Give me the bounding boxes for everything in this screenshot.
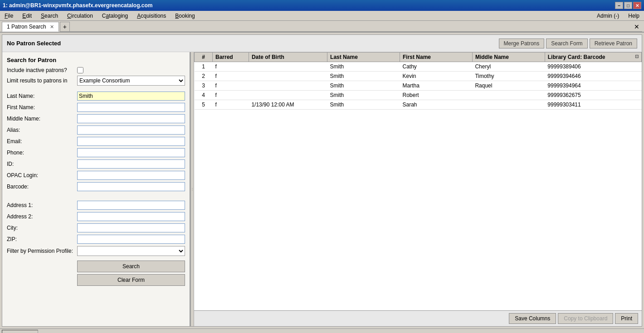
tab-add-button[interactable]: + xyxy=(60,22,70,32)
cell-num: 3 xyxy=(195,81,213,91)
minimize-button[interactable]: – xyxy=(615,2,623,9)
cell-num: 4 xyxy=(195,91,213,100)
opac-login-input[interactable] xyxy=(77,171,185,180)
cell-middlename: Timothy xyxy=(472,72,545,81)
id-label: ID: xyxy=(7,161,77,167)
menu-bar: File Edit Search Circulation Cataloging … xyxy=(0,11,644,21)
table-row[interactable]: 3 f Smith Martha Raquel 99999394964 xyxy=(195,81,642,91)
cell-dob: 1/13/90 12:00 AM xyxy=(249,100,327,110)
col-header-dob[interactable]: Date of Birth xyxy=(249,53,327,62)
status-bar xyxy=(0,328,644,333)
copy-clipboard-button[interactable]: Copy to Clipboard xyxy=(558,313,613,324)
cell-lastname: Smith xyxy=(327,72,400,81)
barcode-row: Barcode: xyxy=(7,182,185,191)
search-form-title: Search for Patron xyxy=(7,57,185,63)
menu-cataloging[interactable]: Cataloging xyxy=(99,12,131,20)
col-header-firstname[interactable]: First Name xyxy=(400,53,473,62)
email-input[interactable] xyxy=(77,137,185,146)
cell-barcode: 99999389406 xyxy=(545,62,641,72)
table-header-row: # Barred Date of Birth Last Name First N… xyxy=(195,53,642,62)
filter-profile-select[interactable] xyxy=(77,246,185,256)
cell-dob xyxy=(249,72,327,81)
city-input[interactable] xyxy=(77,223,185,232)
zip-label: ZIP: xyxy=(7,236,77,242)
tab-patron-search-label: 1 Patron Search xyxy=(7,24,46,30)
include-inactive-label: Include inactive patrons? xyxy=(7,67,77,73)
col-header-middlename[interactable]: Middle Name xyxy=(472,53,545,62)
cell-barred: f xyxy=(212,72,249,81)
cell-middlename xyxy=(472,91,545,100)
search-form-button[interactable]: Search Form xyxy=(546,39,587,48)
filter-profile-row: Filter by Permission Profile: xyxy=(7,246,185,256)
middle-name-input[interactable] xyxy=(77,114,185,123)
include-inactive-row: Include inactive patrons? xyxy=(7,67,185,73)
city-row: City: xyxy=(7,223,185,232)
results-table: # Barred Date of Birth Last Name First N… xyxy=(194,52,642,110)
menu-file[interactable]: File xyxy=(2,12,16,20)
cell-barred: f xyxy=(212,62,249,72)
cell-barred: f xyxy=(212,91,249,100)
consortium-select[interactable]: Example Consortium xyxy=(77,76,185,86)
cell-barred: f xyxy=(212,100,249,110)
address2-input[interactable] xyxy=(77,212,185,221)
menu-admin[interactable]: Admin (-) xyxy=(594,12,622,20)
cell-firstname: Cathy xyxy=(400,62,473,72)
close-button[interactable]: ✕ xyxy=(633,2,641,9)
phone-input[interactable] xyxy=(77,148,185,157)
col-expand-icon[interactable]: ⊡ xyxy=(635,54,639,59)
tab-bar-close[interactable]: ✕ xyxy=(631,22,642,32)
menu-booking[interactable]: Booking xyxy=(172,12,197,20)
table-row[interactable]: 2 f Smith Kevin Timothy 99999394646 xyxy=(195,72,642,81)
cell-firstname: Sarah xyxy=(400,100,473,110)
menu-circulation[interactable]: Circulation xyxy=(64,12,96,20)
barcode-input[interactable] xyxy=(77,182,185,191)
menu-search[interactable]: Search xyxy=(38,12,61,20)
cell-num: 1 xyxy=(195,62,213,72)
barcode-label: Barcode: xyxy=(7,183,77,190)
address1-input[interactable] xyxy=(77,201,185,210)
table-row[interactable]: 5 f 1/13/90 12:00 AM Smith Sarah 9999930… xyxy=(195,100,642,110)
search-button[interactable]: Search xyxy=(77,261,185,272)
menu-acquisitions[interactable]: Acquisitions xyxy=(134,12,169,20)
tab-patron-search[interactable]: 1 Patron Search ✕ xyxy=(2,22,59,32)
title-bar: 1: admin@BR1-winxpvmfx.phasefx.evergreen… xyxy=(0,0,644,11)
clear-form-button[interactable]: Clear Form xyxy=(77,274,185,286)
phone-label: Phone: xyxy=(7,150,77,156)
col-header-barcode[interactable]: Library Card: Barcode ⊡ xyxy=(545,53,641,62)
zip-row: ZIP: xyxy=(7,235,185,244)
address1-label: Address 1: xyxy=(7,202,77,208)
col-header-lastname[interactable]: Last Name xyxy=(327,53,400,62)
col-header-num[interactable]: # xyxy=(195,53,213,62)
last-name-input[interactable] xyxy=(77,92,185,101)
results-tbody: 1 f Smith Cathy Cheryl 99999389406 2 f S… xyxy=(195,62,642,110)
resize-dots: ⋮ xyxy=(190,188,194,190)
search-panel: Search for Patron Include inactive patro… xyxy=(2,52,190,326)
first-name-input[interactable] xyxy=(77,103,185,112)
tab-close-icon[interactable]: ✕ xyxy=(50,24,54,30)
zip-input[interactable] xyxy=(77,235,185,244)
table-row[interactable]: 4 f Smith Robert 99999362675 xyxy=(195,91,642,100)
email-row: Email: xyxy=(7,137,185,146)
last-name-label: Last Name: xyxy=(7,93,77,99)
retrieve-patron-button[interactable]: Retrieve Patron xyxy=(590,39,637,48)
id-input[interactable] xyxy=(77,159,185,169)
merge-patrons-button[interactable]: Merge Patrons xyxy=(499,39,545,48)
menu-edit[interactable]: Edit xyxy=(20,12,34,20)
resize-handle[interactable]: ⋮ xyxy=(190,52,194,326)
print-button[interactable]: Print xyxy=(615,313,638,324)
cell-lastname: Smith xyxy=(327,62,400,72)
title-bar-controls: – □ ✕ xyxy=(615,2,641,9)
middle-name-row: Middle Name: xyxy=(7,114,185,123)
alias-input[interactable] xyxy=(77,125,185,135)
menu-help[interactable]: Help xyxy=(625,12,642,20)
table-row[interactable]: 1 f Smith Cathy Cheryl 99999389406 xyxy=(195,62,642,72)
col-header-barred[interactable]: Barred xyxy=(212,53,249,62)
include-inactive-checkbox[interactable] xyxy=(77,67,83,73)
city-label: City: xyxy=(7,225,77,231)
tab-bar: 1 Patron Search ✕ + ✕ xyxy=(0,21,644,33)
maximize-button[interactable]: □ xyxy=(624,2,632,9)
limit-results-row: Limit results to patrons in Example Cons… xyxy=(7,76,185,86)
cell-barcode: 99999362675 xyxy=(545,91,641,100)
limit-results-label: Limit results to patrons in xyxy=(7,77,77,84)
save-columns-button[interactable]: Save Columns xyxy=(509,313,556,324)
